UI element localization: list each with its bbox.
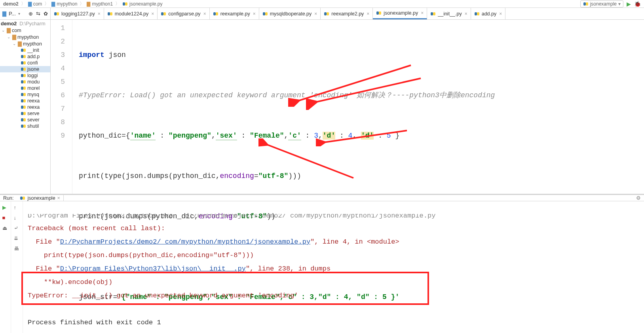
python-file-icon — [161, 11, 166, 17]
wrap-icon[interactable]: ⤶ — [14, 225, 20, 231]
tree-item[interactable]: ⌄▇com — [0, 27, 50, 34]
tree-root[interactable]: demo2D:\Pycharm — [0, 21, 50, 27]
run-button-icon[interactable]: ▶ — [627, 1, 631, 7]
run-toolbar-left: ▶ ■ ⏏ — [0, 201, 11, 333]
python-file-icon — [21, 60, 26, 66]
editor-tab[interactable]: mysqldboperate.py× — [259, 8, 321, 19]
project-tool-header[interactable]: ▇ P... ▾ ⊕ ⇆ ✿ — [0, 8, 51, 19]
folder-icon: ▇ — [7, 27, 11, 33]
python-file-icon — [430, 11, 436, 17]
python-file-icon — [21, 123, 26, 129]
project-tree[interactable]: demo2D:\Pycharm ⌄▇com⌄▇mypython⌄▇mypthon… — [0, 20, 51, 194]
tree-item[interactable]: confi — [0, 60, 50, 66]
python-file-icon — [324, 11, 329, 17]
tree-item[interactable]: shutil — [0, 123, 50, 129]
file-link[interactable]: D:/PycharmProjects/demo2/ com/mypython/m… — [60, 238, 311, 246]
folder-icon: ▇ — [12, 34, 16, 40]
python-file-icon — [20, 195, 25, 201]
exit-icon[interactable]: ⏏ — [2, 225, 9, 231]
settings-icon[interactable]: ✿ — [44, 11, 48, 17]
python-file-icon — [21, 117, 26, 123]
editor-tab[interactable]: logging1227.py× — [51, 8, 104, 19]
tree-item[interactable]: __init — [0, 47, 50, 53]
tree-item[interactable]: ⌄▇mypython — [0, 34, 50, 40]
python-file-icon — [474, 11, 480, 17]
python-file-icon — [21, 79, 26, 85]
debug-button-icon[interactable]: 🐞 — [634, 1, 641, 7]
python-file-icon — [21, 98, 26, 104]
close-icon[interactable]: × — [367, 11, 369, 17]
rerun-icon[interactable]: ▶ — [2, 204, 9, 211]
close-icon[interactable]: × — [499, 11, 502, 17]
tree-item[interactable]: add.p — [0, 53, 50, 60]
python-file-icon — [21, 73, 26, 78]
editor-tab[interactable]: add.py× — [471, 8, 506, 19]
close-icon[interactable]: × — [253, 11, 256, 17]
tree-item[interactable]: serve — [0, 110, 50, 117]
close-icon[interactable]: × — [314, 11, 317, 17]
breadcrumb-item[interactable]: jsonexample.py — [122, 1, 162, 7]
python-file-icon — [21, 54, 26, 59]
breadcrumb-item[interactable]: ▇com — [28, 1, 42, 7]
collapse-icon[interactable]: ⇆ — [36, 11, 40, 17]
editor-tab[interactable]: reexample2.py× — [321, 8, 373, 19]
scroll-icon[interactable]: ⇊ — [14, 235, 20, 242]
python-file-icon — [262, 11, 268, 17]
run-tool-label: Run: — [3, 195, 13, 201]
editor-tab[interactable]: configparse.py× — [158, 8, 209, 19]
run-tool-window: Run: jsonexample × ⚙ ▶ ■ ⏏ ↑ ↓ ⤶ ⇊ 🖶 D:\… — [0, 194, 644, 324]
python-file-icon — [583, 1, 589, 7]
tree-item[interactable]: mysq — [0, 91, 50, 98]
up-icon[interactable]: ↑ — [14, 204, 20, 211]
close-icon[interactable]: × — [465, 11, 467, 17]
tree-item[interactable]: modu — [0, 79, 50, 85]
editor-tab[interactable]: module1224.py× — [104, 8, 158, 19]
project-tool-label: P... — [9, 11, 16, 17]
tree-item[interactable]: loggi — [0, 72, 50, 79]
down-icon[interactable]: ↓ — [14, 215, 20, 221]
project-icon: ▇ — [2, 11, 6, 17]
folder-icon: ▇ — [18, 41, 22, 47]
python-file-icon — [122, 1, 128, 7]
python-file-icon — [21, 47, 26, 53]
python-file-icon — [376, 10, 382, 16]
close-icon[interactable]: × — [151, 11, 154, 17]
python-file-icon — [21, 66, 26, 72]
tree-item[interactable]: jsone — [0, 66, 50, 72]
python-file-icon — [21, 111, 26, 116]
close-icon[interactable]: × — [98, 11, 101, 17]
breadcrumb: demo2〉 ▇com〉 ▇mypython〉 ▇mypthon1〉 jsone… — [0, 0, 644, 8]
run-configuration-selector[interactable]: jsonexample ▾ — [580, 0, 623, 8]
run-toolbar-left2: ↑ ↓ ⤶ ⇊ 🖶 — [11, 201, 23, 333]
breadcrumb-item[interactable]: ▇mypthon1 — [87, 1, 113, 7]
tree-item[interactable]: reexa — [0, 104, 50, 110]
console-output[interactable]: D:\Program Files\Python37\python.exe D:/… — [23, 201, 644, 333]
close-icon[interactable]: × — [421, 10, 424, 16]
breadcrumb-item[interactable]: ▇mypython — [51, 1, 77, 7]
close-icon[interactable]: × — [203, 11, 206, 17]
tree-item[interactable]: ⌄▇mypthon — [0, 40, 50, 47]
editor-tab[interactable]: reexample.py× — [210, 8, 259, 19]
tree-item[interactable]: reexa — [0, 98, 50, 104]
print-icon[interactable]: 🖶 — [14, 246, 20, 252]
close-icon[interactable]: × — [57, 195, 60, 201]
python-file-icon — [213, 11, 218, 17]
stop-icon[interactable]: ■ — [2, 215, 9, 221]
editor-tabs: logging1227.py×module1224.py×configparse… — [51, 8, 644, 19]
python-file-icon — [54, 11, 59, 17]
python-file-icon — [107, 11, 113, 17]
annotation-error-box — [21, 272, 429, 305]
editor-tab[interactable]: jsonexample.py× — [373, 8, 427, 19]
line-gutter: 123456789 — [51, 20, 72, 194]
run-tab[interactable]: jsonexample × — [17, 195, 64, 201]
python-file-icon — [21, 92, 26, 97]
python-file-icon — [21, 85, 26, 91]
tree-item[interactable]: morel — [0, 85, 50, 91]
tree-item[interactable]: sever — [0, 117, 50, 123]
code-editor[interactable]: 123456789 import json #TypeError: Load()… — [51, 20, 644, 194]
breadcrumb-item[interactable]: demo2 — [3, 1, 19, 7]
target-icon[interactable]: ⊕ — [28, 11, 33, 17]
python-file-icon — [21, 104, 26, 110]
editor-tab[interactable]: __init__.py× — [427, 8, 471, 19]
